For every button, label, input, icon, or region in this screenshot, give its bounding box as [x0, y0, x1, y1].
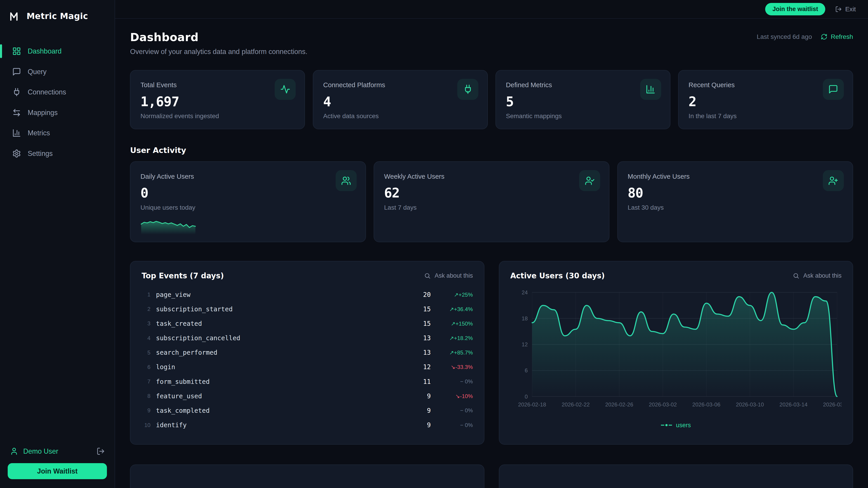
stat-value: 5 [506, 94, 660, 109]
app-root: Metric Magic Dashboard Query Connections… [0, 0, 868, 488]
partial-panels-row [130, 464, 853, 488]
svg-text:2026-03-10: 2026-03-10 [736, 401, 764, 408]
svg-text:0: 0 [525, 393, 528, 399]
event-rank: 10 [142, 422, 150, 428]
event-rank: 7 [142, 379, 150, 385]
event-name: task_created [156, 320, 403, 327]
chart-legend: users [510, 422, 841, 429]
user-check-icon [579, 170, 600, 191]
sidebar: Metric Magic Dashboard Query Connections… [0, 0, 115, 488]
stat-sub: In the last 7 days [688, 112, 843, 120]
sidebar-item-metrics[interactable]: Metrics [6, 124, 108, 142]
nav-label: Mappings [28, 109, 58, 117]
logout-icon [96, 447, 105, 455]
event-count: 15 [409, 320, 431, 327]
nav-label: Metrics [28, 129, 50, 137]
event-rank: 8 [142, 393, 150, 399]
panels-row: Top Events (7 days) Ask about this 1page… [130, 261, 853, 445]
svg-text:2026-03-06: 2026-03-06 [692, 401, 720, 408]
stat-label: Daily Active Users [141, 173, 194, 180]
top-events-panel: Top Events (7 days) Ask about this 1page… [130, 261, 484, 445]
stat-sub: Last 30 days [628, 204, 843, 211]
event-count: 9 [409, 392, 431, 400]
exit-button[interactable]: Exit [835, 6, 856, 13]
brand: Metric Magic [0, 0, 115, 30]
stat-sub: Semantic mappings [506, 112, 660, 120]
stat-label: Total Events [141, 81, 177, 89]
sidebar-item-settings[interactable]: Settings [6, 144, 108, 163]
query-chat-icon [12, 67, 21, 76]
topbar-join-waitlist-button[interactable]: Join the waitlist [765, 3, 825, 15]
dau-sparkline [141, 216, 196, 235]
dashboard-grid-icon [12, 47, 21, 56]
event-change: − 0% [436, 408, 473, 414]
event-change: ↘-33.3% [436, 364, 473, 370]
card-monthly-active-users: Monthly Active Users 80 Last 30 days [617, 161, 853, 242]
svg-text:6: 6 [525, 367, 528, 373]
sidebar-item-mappings[interactable]: Mappings [6, 103, 108, 122]
ask-about-this-button[interactable]: Ask about this [424, 272, 473, 279]
metric-magic-logo-icon [9, 10, 21, 22]
stat-sub: Unique users today [141, 204, 355, 211]
brand-name: Metric Magic [27, 11, 88, 21]
topbar: Join the waitlist Exit [115, 0, 868, 19]
event-name: identify [156, 421, 403, 429]
sidebar-item-query[interactable]: Query [6, 63, 108, 81]
event-rank: 4 [142, 335, 150, 341]
panel-title: Active Users (30 days) [510, 271, 604, 280]
user-plus-icon [823, 170, 844, 191]
stat-value: 62 [384, 185, 599, 201]
sidebar-item-connections[interactable]: Connections [6, 83, 108, 101]
stat-label: Connected Platforms [323, 81, 385, 89]
user-row: Demo User [0, 440, 115, 462]
event-change: ↘-10% [436, 393, 473, 399]
stat-card-total-events: Total Events 1,697 Normalized events ing… [130, 70, 305, 129]
stat-sub: Active data sources [323, 112, 477, 120]
event-rank: 3 [142, 320, 150, 327]
event-change: ↗+25% [436, 291, 473, 298]
event-row: 3task_created15↗+150% [142, 316, 473, 331]
event-count: 11 [409, 378, 431, 385]
active-users-panel: Active Users (30 days) Ask about this 06… [499, 261, 853, 445]
event-count: 9 [409, 421, 431, 429]
svg-text:2026-02-26: 2026-02-26 [605, 401, 633, 408]
svg-text:2026-02-18: 2026-02-18 [518, 401, 546, 408]
event-count: 13 [409, 349, 431, 356]
stat-label: Monthly Active Users [628, 173, 690, 180]
refresh-button[interactable]: Refresh [821, 33, 853, 40]
gear-icon [12, 149, 21, 158]
partial-panel-right [499, 464, 853, 488]
logout-button[interactable] [96, 447, 105, 455]
svg-text:18: 18 [522, 315, 528, 322]
last-synced-text: Last synced 6d ago [757, 33, 812, 40]
event-rank: 9 [142, 408, 150, 414]
stat-label: Weekly Active Users [384, 173, 444, 180]
sidebar-item-dashboard[interactable]: Dashboard [6, 42, 108, 60]
ask-about-this-button[interactable]: Ask about this [793, 272, 842, 279]
bar-chart-icon [640, 79, 661, 100]
join-waitlist-button[interactable]: Join Waitlist [8, 463, 107, 479]
event-rank: 1 [142, 291, 150, 298]
legend-label: users [676, 422, 691, 429]
svg-text:2026-03-18: 2026-03-18 [823, 401, 841, 408]
user-name: Demo User [23, 447, 92, 455]
event-change: ↗+18.2% [436, 335, 473, 341]
stat-card-connected-platforms: Connected Platforms 4 Active data source… [313, 70, 488, 129]
page-title: Dashboard [130, 31, 307, 44]
user-icon [10, 447, 18, 455]
legend-line-icon [661, 423, 672, 427]
event-row: 6login12↘-33.3% [142, 360, 473, 375]
refresh-icon [821, 33, 827, 40]
event-row: 9task_completed9− 0% [142, 403, 473, 418]
page-subtitle: Overview of your analytics data and plat… [130, 48, 307, 56]
event-row: 4subscription_cancelled13↗+18.2% [142, 331, 473, 346]
exit-icon [835, 6, 842, 12]
main-content: Dashboard Overview of your analytics dat… [115, 19, 868, 488]
event-change: ↗+85.7% [436, 349, 473, 356]
stat-sub: Normalized events ingested [141, 112, 295, 120]
page-header: Dashboard Overview of your analytics dat… [130, 31, 853, 56]
partial-panel-left [130, 464, 484, 488]
event-change: − 0% [436, 379, 473, 385]
event-row: 5search_performed13↗+85.7% [142, 346, 473, 360]
user-activity-heading: User Activity [130, 146, 853, 155]
